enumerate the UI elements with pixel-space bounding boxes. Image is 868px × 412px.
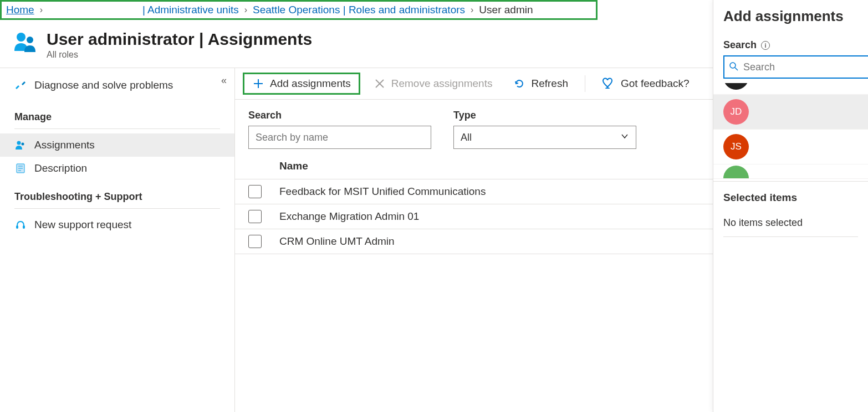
breadcrumb-home[interactable]: Home — [6, 4, 34, 16]
heart-icon — [602, 77, 615, 90]
sidebar-item-label: Diagnose and solve problems — [34, 79, 173, 91]
add-assignments-button[interactable]: Add assignments — [243, 73, 360, 95]
users-icon — [14, 140, 27, 151]
chevron-right-icon: › — [244, 5, 247, 15]
sidebar-item-label: New support request — [34, 219, 131, 231]
user-row[interactable]: JS — [713, 130, 868, 164]
page-subtitle: All roles — [47, 50, 312, 60]
chevron-right-icon: › — [471, 5, 473, 15]
wrench-icon — [14, 80, 27, 91]
search-input[interactable] — [248, 126, 431, 149]
type-label: Type — [453, 110, 636, 121]
panel-search-box[interactable] — [723, 55, 868, 79]
sidebar-section-manage: Manage — [14, 100, 220, 129]
row-checkbox[interactable] — [248, 210, 262, 223]
breadcrumb: Home › | Administrative units › Seattle … — [0, 0, 598, 20]
svg-point-2 — [17, 141, 21, 145]
toolbar-label: Add assignments — [270, 78, 351, 90]
svg-point-0 — [17, 33, 25, 42]
toolbar-label: Got feedback? — [621, 78, 690, 90]
user-list: JD JS — [713, 83, 868, 179]
headset-icon — [14, 219, 27, 230]
user-row[interactable] — [713, 164, 868, 179]
panel-title: Add assignments — [713, 8, 868, 39]
toolbar-separator — [585, 75, 585, 92]
sidebar-item-support-request[interactable]: New support request — [0, 213, 234, 236]
row-checkbox[interactable] — [248, 185, 262, 198]
sidebar-item-assignments[interactable]: Assignments — [0, 133, 234, 157]
svg-point-3 — [22, 143, 24, 146]
sidebar-item-description[interactable]: Description — [0, 157, 234, 180]
page-title: User administrator | Assignments — [47, 30, 312, 49]
search-icon — [729, 61, 739, 73]
info-icon[interactable]: i — [761, 41, 770, 50]
svg-line-15 — [735, 68, 738, 70]
row-name: CRM Online UMT Admin — [279, 235, 716, 248]
svg-rect-9 — [23, 225, 25, 229]
breadcrumb-seattle[interactable]: Seattle Operations | Roles and administr… — [253, 4, 465, 16]
search-label: Search — [248, 110, 431, 121]
chevron-down-icon — [620, 132, 629, 143]
toolbar-label: Remove assignments — [391, 78, 493, 90]
avatar — [723, 83, 749, 90]
sidebar-item-label: Description — [34, 162, 87, 174]
row-checkbox[interactable] — [248, 235, 262, 248]
sidebar: « Diagnose and solve problems Manage Ass… — [0, 68, 235, 412]
type-value: All — [461, 132, 472, 143]
chevron-right-icon: › — [40, 5, 43, 15]
document-icon — [14, 163, 27, 174]
collapse-sidebar-icon[interactable]: « — [221, 75, 227, 86]
user-row[interactable]: JD — [713, 95, 868, 130]
breadcrumb-admin-units[interactable]: Administrative units — [147, 4, 239, 16]
avatar: JD — [723, 99, 749, 125]
type-select[interactable]: All — [453, 126, 636, 149]
feedback-button[interactable]: Got feedback? — [594, 74, 697, 94]
svg-point-14 — [730, 63, 736, 68]
svg-rect-8 — [16, 225, 18, 229]
column-name[interactable]: Name — [279, 160, 716, 172]
user-row[interactable] — [713, 83, 868, 95]
panel-search-input[interactable] — [743, 61, 868, 73]
panel-search-label: Search i — [713, 39, 868, 55]
x-icon — [374, 78, 386, 90]
refresh-icon — [513, 78, 525, 90]
breadcrumb-current: User admin — [479, 4, 533, 16]
selected-items-empty: No items selected — [723, 209, 858, 237]
selected-items-title: Selected items — [713, 181, 868, 209]
sidebar-item-diagnose[interactable]: Diagnose and solve problems — [0, 74, 234, 97]
add-assignments-panel: Add assignments Search i JD JS Selected … — [713, 0, 868, 412]
avatar — [723, 166, 749, 179]
svg-point-1 — [27, 37, 33, 43]
toolbar-label: Refresh — [531, 78, 568, 90]
avatar: JS — [723, 134, 749, 159]
row-name: Feedback for MSIT Unified Communications — [279, 186, 716, 198]
users-role-icon — [13, 30, 38, 56]
row-name: Exchange Migration Admin 01 — [279, 210, 716, 223]
remove-assignments-button[interactable]: Remove assignments — [366, 74, 501, 93]
sidebar-item-label: Assignments — [34, 139, 95, 151]
sidebar-section-support: Troubleshooting + Support — [14, 180, 220, 209]
refresh-button[interactable]: Refresh — [506, 74, 576, 93]
plus-icon — [252, 78, 264, 90]
